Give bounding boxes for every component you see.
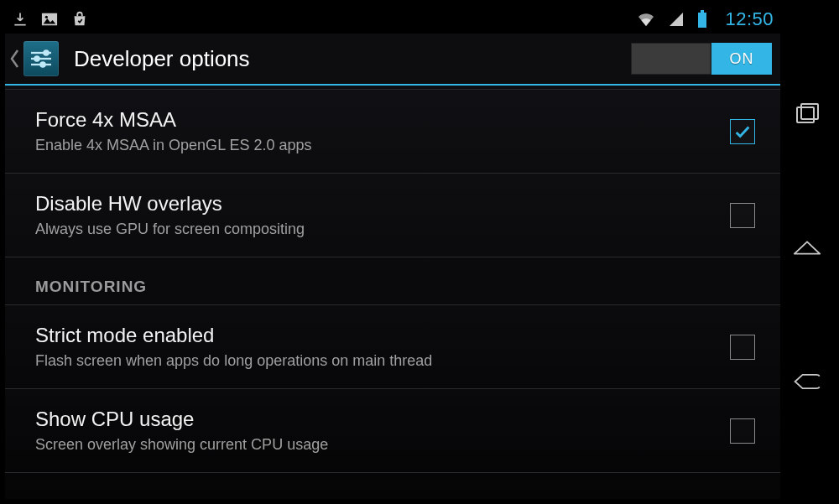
recents-button[interactable]: [792, 99, 822, 129]
status-bar: 12:50: [5, 5, 780, 34]
shop-icon: [70, 10, 89, 29]
pref-title: Show CPU usage: [35, 408, 717, 431]
pref-disable-hw-overlays[interactable]: Disable HW overlays Always use GPU for s…: [5, 174, 780, 257]
cell-signal-icon: [668, 11, 685, 28]
switch-track: [631, 43, 711, 75]
system-nav-bar: [780, 5, 834, 499]
battery-icon: [696, 10, 708, 29]
section-label: MONITORING: [35, 278, 755, 296]
svg-rect-5: [701, 10, 704, 13]
checkbox[interactable]: [730, 335, 755, 360]
svg-point-2: [45, 16, 48, 18]
pref-strict-mode[interactable]: Strict mode enabled Flash screen when ap…: [5, 305, 780, 389]
screen: 12:50 Developer option: [5, 5, 780, 499]
pref-summary: Screen overlay showing current CPU usage: [35, 436, 717, 454]
master-switch[interactable]: ON: [631, 43, 772, 75]
switch-thumb: ON: [711, 43, 772, 75]
pref-summary: Enable 4x MSAA in OpenGL ES 2.0 apps: [35, 137, 717, 154]
svg-point-10: [34, 56, 39, 60]
pref-title: Disable HW overlays: [35, 192, 717, 216]
svg-point-11: [40, 62, 44, 66]
chevron-left-icon: [8, 47, 23, 70]
pref-title: Force 4x MSAA: [35, 108, 717, 132]
checkbox[interactable]: [730, 119, 755, 144]
settings-sliders-icon: [23, 41, 59, 76]
svg-rect-4: [698, 13, 706, 28]
settings-list: Force 4x MSAA Enable 4x MSAA in OpenGL E…: [5, 86, 780, 499]
picture-icon: [40, 11, 59, 28]
checkbox[interactable]: [730, 203, 755, 228]
section-header-monitoring: MONITORING: [5, 257, 780, 305]
pref-show-cpu-usage[interactable]: Show CPU usage Screen overlay showing cu…: [5, 389, 780, 473]
pref-title: Strict mode enabled: [35, 324, 717, 347]
svg-marker-3: [670, 13, 683, 26]
checkbox[interactable]: [730, 418, 755, 444]
wifi-icon: [636, 11, 656, 28]
download-icon: [12, 11, 29, 28]
pref-force-4x-msaa[interactable]: Force 4x MSAA Enable 4x MSAA in OpenGL E…: [5, 89, 780, 174]
svg-point-9: [44, 50, 48, 55]
action-bar: Developer options ON: [5, 34, 780, 86]
page-title: Developer options: [74, 46, 631, 72]
svg-rect-12: [797, 107, 814, 122]
device-frame: 12:50 Developer option: [5, 5, 834, 499]
svg-rect-13: [801, 104, 818, 119]
up-button[interactable]: [8, 34, 74, 84]
pref-summary: Always use GPU for screen compositing: [35, 221, 717, 238]
status-clock: 12:50: [725, 8, 774, 30]
back-button[interactable]: [792, 366, 822, 397]
home-button[interactable]: [792, 232, 822, 262]
pref-summary: Flash screen when apps do long operation…: [35, 352, 717, 370]
